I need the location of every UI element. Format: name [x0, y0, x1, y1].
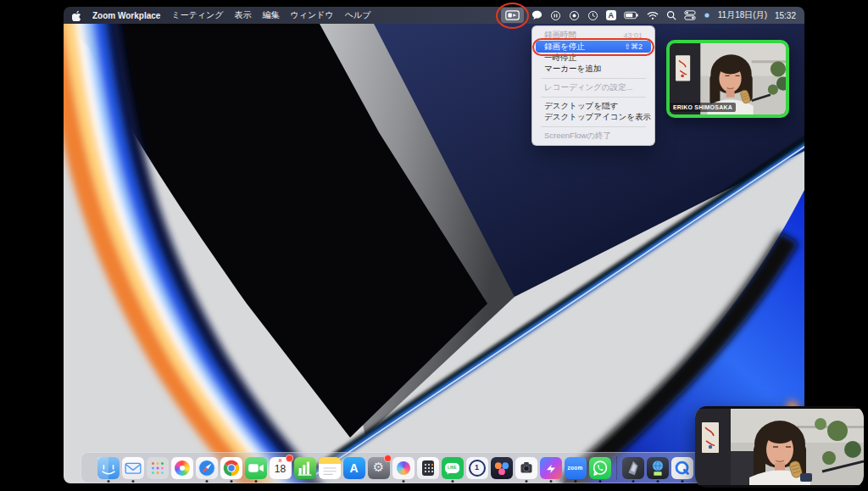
- running-indicator: [525, 480, 527, 483]
- dock-divider: [616, 456, 617, 480]
- dock-icon-facetime[interactable]: [245, 457, 267, 479]
- menu-item-add-marker[interactable]: マーカーを追加: [536, 64, 651, 75]
- dock-icon-1password[interactable]: 1: [466, 457, 488, 479]
- camera-device-icon: [515, 457, 537, 479]
- clock-icon[interactable]: [587, 8, 598, 22]
- dock-icon-davinci-resolve[interactable]: [491, 457, 513, 479]
- dock-icon-notes[interactable]: [319, 457, 341, 479]
- notification-badge: [286, 455, 293, 462]
- line-speech-bubble: LINE: [445, 463, 459, 473]
- menu-separator: [541, 97, 646, 98]
- menu-item-show-desktop-icons[interactable]: デスクトップアイコンを表示: [536, 112, 651, 123]
- mac-screen: Zoom Workplace ミーティング 表示 編集 ウィンドウ ヘルプ: [64, 7, 804, 483]
- menu-edit[interactable]: 編集: [263, 9, 280, 21]
- calculator-keypad: [422, 460, 434, 476]
- menubar-time[interactable]: 15:32: [775, 11, 796, 20]
- search-icon[interactable]: [666, 8, 676, 22]
- calculator-keys: [425, 464, 426, 466]
- dock: 月 18 A ⚙: [81, 452, 709, 483]
- participant-name-label: ERIKO SHIMOSAKA: [670, 103, 736, 112]
- dock-icon-white-utility[interactable]: [515, 457, 537, 479]
- dock-icon-launchpad[interactable]: [147, 457, 169, 479]
- messenger-bolt: [540, 457, 562, 479]
- notes-lines: [319, 457, 341, 479]
- menubar-date[interactable]: 11月18日(月): [718, 9, 767, 21]
- photos-flower-icon: [175, 460, 190, 476]
- gear-icon: ⚙: [373, 461, 384, 474]
- dock-icon-quicktime[interactable]: [671, 457, 693, 479]
- menu-help[interactable]: ヘルプ: [345, 9, 371, 21]
- menu-separator: [541, 126, 646, 127]
- app-store-a: A: [349, 462, 358, 474]
- dock-icon-remote-desktop[interactable]: [647, 457, 669, 479]
- dock-icon-photo-booth[interactable]: [392, 457, 415, 479]
- menu-item-stop-recording[interactable]: 録画を停止 ⇧⌘2: [536, 41, 651, 53]
- video-camera-icon: [245, 457, 267, 479]
- status-dot-icon[interactable]: [704, 8, 710, 22]
- calendar-day: 18: [270, 464, 292, 475]
- dock-icon-calculator[interactable]: [417, 457, 439, 479]
- chrome-logo: [220, 457, 242, 479]
- pause-circle-icon[interactable]: [550, 8, 561, 22]
- menu-meeting[interactable]: ミーティング: [171, 9, 223, 21]
- webcam-overlay[interactable]: [695, 406, 864, 488]
- dock-icon-finder[interactable]: [97, 457, 120, 479]
- menu-view[interactable]: 表示: [235, 9, 252, 21]
- menu-item-hide-desktop[interactable]: デスクトップを隠す: [536, 101, 651, 112]
- menu-item-pause-recording[interactable]: 一時停止: [536, 53, 651, 64]
- running-indicator: [205, 480, 208, 483]
- dock-icon-line[interactable]: LINE: [442, 457, 464, 479]
- menubar-app-name[interactable]: Zoom Workplace: [92, 11, 160, 20]
- running-indicator: [598, 480, 601, 483]
- running-indicator: [451, 480, 453, 483]
- globe-laptop-icon: [647, 457, 669, 479]
- compass-icon: [196, 457, 218, 479]
- running-indicator: [254, 480, 257, 483]
- notification-badge: [384, 455, 392, 462]
- input-method-indicator[interactable]: A: [606, 10, 616, 20]
- dock-icon-chrome[interactable]: [220, 457, 242, 479]
- battery-icon[interactable]: [624, 8, 639, 22]
- zoom-wordmark: zoom: [568, 465, 583, 471]
- zoom-video-thumbnail[interactable]: ERIKO SHIMOSAKA: [666, 40, 789, 118]
- quicktime-q: [671, 457, 693, 479]
- running-indicator: [131, 480, 134, 483]
- dock-icon-photos[interactable]: [171, 457, 193, 479]
- running-indicator: [632, 480, 634, 483]
- launchpad-grid: [152, 462, 155, 466]
- running-indicator: [107, 480, 109, 483]
- dock-icon-safari[interactable]: [196, 457, 218, 479]
- dock-icon-screenflow[interactable]: [622, 457, 644, 479]
- video-frame: Zoom Workplace ミーティング 表示 編集 ウィンドウ ヘルプ: [0, 0, 868, 491]
- menu-item-recording-settings: レコーディングの設定...: [536, 82, 651, 93]
- control-center-icon[interactable]: [684, 8, 696, 22]
- dock-icon-whatsapp[interactable]: [589, 457, 611, 479]
- apple-menu-icon[interactable]: [72, 8, 81, 22]
- running-indicator: [574, 480, 576, 483]
- davinci-circles: [491, 457, 513, 479]
- running-indicator: [549, 480, 552, 483]
- photo-booth-icon: [397, 461, 410, 475]
- dock-icon-numbers[interactable]: [294, 457, 316, 479]
- running-indicator: [681, 480, 683, 483]
- screenflow-menubar-icon[interactable]: [501, 8, 524, 23]
- menu-bar: Zoom Workplace ミーティング 表示 編集 ウィンドウ ヘルプ: [64, 7, 804, 24]
- dock-icon-system-settings[interactable]: ⚙: [368, 457, 390, 479]
- menu-separator: [541, 78, 646, 79]
- dock-icon-calendar[interactable]: 月 18: [270, 457, 292, 479]
- wifi-icon[interactable]: [647, 8, 659, 22]
- dock-icon-app-store[interactable]: A: [343, 457, 365, 479]
- record-circle-icon[interactable]: [569, 8, 580, 22]
- running-indicator: [402, 480, 404, 483]
- menu-window[interactable]: ウィンドウ: [291, 9, 334, 21]
- running-indicator: [656, 480, 659, 483]
- webcam-video: [695, 409, 864, 485]
- menu-item-quit-screenflow: ScreenFlowの終了: [536, 131, 651, 142]
- chat-bubble-icon[interactable]: [531, 8, 542, 22]
- dock-icon-mail[interactable]: [122, 457, 144, 479]
- bar-chart-icon: [294, 457, 316, 479]
- dock-icon-zoom[interactable]: zoom: [565, 457, 587, 479]
- running-indicator: [230, 480, 232, 483]
- dock-icon-messenger[interactable]: [540, 457, 562, 479]
- finder-face: [97, 457, 120, 479]
